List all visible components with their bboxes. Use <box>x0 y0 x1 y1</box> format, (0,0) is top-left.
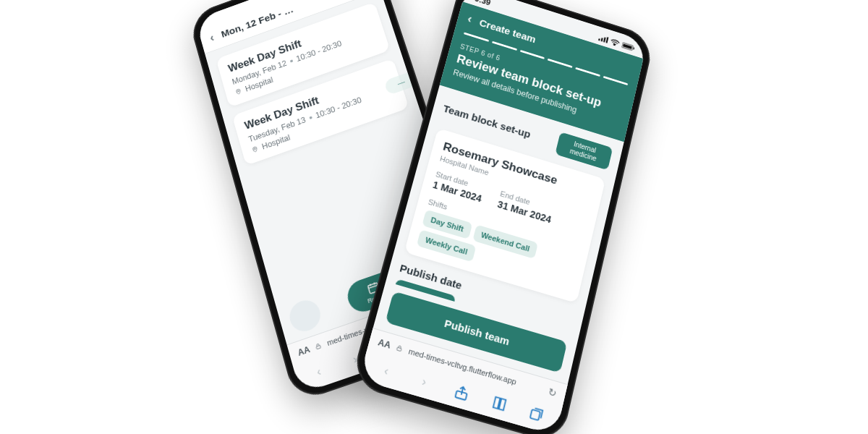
svg-rect-9 <box>605 37 608 43</box>
svg-rect-13 <box>633 48 634 50</box>
lock-icon <box>314 341 323 350</box>
wifi-icon <box>610 38 620 47</box>
svg-rect-6 <box>598 38 600 41</box>
progress-step <box>548 59 573 68</box>
lock-icon <box>395 344 404 353</box>
secondary-fab[interactable] <box>286 297 324 336</box>
signal-icon <box>598 35 608 43</box>
battery-icon <box>621 42 636 52</box>
svg-point-1 <box>254 148 255 150</box>
nav-forward-icon[interactable]: › <box>414 372 434 392</box>
svg-rect-16 <box>530 409 540 420</box>
svg-rect-8 <box>603 37 606 42</box>
dot-separator-icon <box>309 116 312 120</box>
back-icon[interactable]: ‹ <box>466 12 473 26</box>
mockup-stage: ‹ Mon, 12 Feb - … Week Day Shift Monday,… <box>0 0 868 434</box>
bookmarks-icon[interactable] <box>490 393 509 414</box>
reload-icon[interactable]: ↻ <box>547 386 558 399</box>
progress-step <box>520 50 545 59</box>
progress-step <box>464 32 489 41</box>
location-pin-icon <box>251 145 259 154</box>
progress-step <box>576 67 600 77</box>
faded-pill: — <box>383 70 419 95</box>
svg-rect-12 <box>623 43 632 49</box>
location-pin-icon <box>234 88 242 95</box>
text-size-icon[interactable]: AA <box>297 344 311 358</box>
share-icon[interactable] <box>452 383 472 403</box>
svg-point-10 <box>614 45 616 46</box>
svg-point-0 <box>237 90 239 92</box>
progress-step <box>603 76 628 85</box>
tabs-icon[interactable] <box>527 404 546 425</box>
svg-rect-7 <box>601 38 603 41</box>
svg-rect-15 <box>455 391 467 400</box>
nav-back-icon[interactable]: ‹ <box>376 361 396 381</box>
progress-step <box>492 41 517 51</box>
nav-back-icon[interactable]: ‹ <box>310 362 328 382</box>
dot-separator-icon <box>290 59 293 63</box>
start-date-col: Start date 1 Mar 2024 <box>432 170 485 204</box>
back-icon[interactable]: ‹ <box>208 31 216 45</box>
specialty-badge: Internal medicine <box>555 132 613 170</box>
text-size-icon[interactable]: AA <box>377 337 392 350</box>
